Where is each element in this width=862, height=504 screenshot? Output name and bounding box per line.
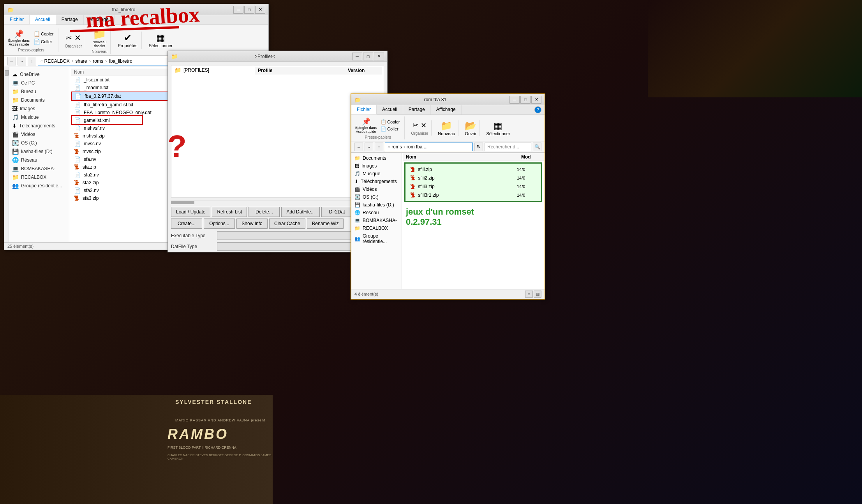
rom-sidebar-osc[interactable]: 💽 OS (C:) <box>351 193 402 201</box>
forward-button[interactable]: → <box>18 57 26 65</box>
select-button[interactable]: ▦ Sélectionner <box>148 32 173 49</box>
rom-file-sfiii2[interactable]: 🗜 sfiii2.zip 14/0 <box>407 174 539 182</box>
sidebar-item-reseau[interactable]: 🌐 Réseau <box>9 156 69 164</box>
rom-col-nom: Nom <box>406 154 521 160</box>
paste-button[interactable]: 📄Coller <box>32 38 55 45</box>
sidebar-item-images[interactable]: 🖼 Images <box>9 104 69 113</box>
rom-paste-button[interactable]: 📄Coller <box>379 126 401 132</box>
rom-sidebar-videos[interactable]: 🎬 Vidéos <box>351 185 402 193</box>
dir2dat-button[interactable]: Dir2Dat <box>321 207 353 217</box>
sidebar-item-groupe[interactable]: 👥 Groupe résidentie... <box>9 182 69 190</box>
rom-refresh-button[interactable]: ↻ <box>474 143 483 151</box>
sidebar-item-bureau[interactable]: 📁 Bureau <box>9 87 69 96</box>
up-button[interactable]: ↑ <box>28 57 36 65</box>
rom-delete-button[interactable]: ✕ <box>420 120 427 130</box>
rom-status-bar: 4 élément(s) ≡ ▦ <box>351 289 545 299</box>
scrollbar-thumb[interactable] <box>171 201 194 204</box>
sidebar-item-cepc[interactable]: 💻 Ce PC <box>9 79 69 87</box>
rom-sidebar-documents[interactable]: 📁 Documents <box>351 154 402 162</box>
back-button[interactable]: ← <box>7 57 16 65</box>
doc-icon: 📄 <box>74 172 81 178</box>
rom-sidebar-kasha[interactable]: 💾 kasha-files (D:) <box>351 201 402 209</box>
rom-select-button[interactable]: ▦ Sélectionner <box>486 120 510 136</box>
rom-tab-fichier[interactable]: Fichier <box>351 105 377 115</box>
rom-tab-affichage[interactable]: Affichage <box>431 105 462 115</box>
sidebar-item-videos[interactable]: 🎬 Vidéos <box>9 130 69 139</box>
profiler-close[interactable]: ✕ <box>374 53 384 60</box>
profiler-maximize[interactable]: □ <box>363 53 373 60</box>
sidebar-label-musique: Musique <box>21 115 39 120</box>
rom-tab-accueil[interactable]: Accueil <box>377 105 403 115</box>
rom-file-sfiii3r1[interactable]: 🗜 sfiii3r1.zip 14/0 <box>407 191 539 199</box>
rom-tab-partage[interactable]: Partage <box>403 105 431 115</box>
rom-file-sfiii[interactable]: 🗜 sfiii.zip 14/0 <box>407 165 539 174</box>
maximize-button[interactable]: □ <box>244 6 254 14</box>
rom-pin-button[interactable]: 📌 Épingler dansAccès rapide <box>354 116 377 134</box>
rom-search-button[interactable]: 🔍 <box>533 143 541 151</box>
sidebar-item-bombakasha[interactable]: 💻 BOMBAKASHA- <box>9 164 69 173</box>
sidebar-item-recalbox[interactable]: 📁 RECALBOX <box>9 173 69 182</box>
groupe-icon: 👥 <box>12 183 19 189</box>
rom-copy-button[interactable]: 📋Copier <box>379 119 401 125</box>
clear-cache-button[interactable]: Clear Cache <box>269 219 305 229</box>
sidebar-item-onedrive[interactable]: ☁ OneDrive <box>9 70 69 79</box>
rom-cut-button[interactable]: ✂ <box>412 120 419 130</box>
rom-sidebar-bombakasha[interactable]: 💻 BOMBAKASHA- <box>351 217 402 224</box>
sidebar-item-kasha[interactable]: 💾 kasha-files (D:) <box>9 147 69 156</box>
create-button[interactable]: Create... <box>171 219 202 229</box>
rom-sidebar-images[interactable]: 🖼 Images <box>351 162 402 170</box>
rom-sidebar-musique[interactable]: 🎵 Musique <box>351 170 402 178</box>
rom-file-sfiii3[interactable]: 🗜 sfiii3.zip 14/0 <box>407 182 539 191</box>
rom-open-button[interactable]: 📂 Ouvrir <box>465 120 476 136</box>
sidebar-item-telechargements[interactable]: ⬇ Téléchargements <box>9 122 69 130</box>
scroll-up[interactable] <box>5 70 9 76</box>
green-text-line1: jeux d'un romset <box>406 207 541 217</box>
delete-button[interactable]: Delete... <box>249 207 280 217</box>
rename-wiz-button[interactable]: Rename Wiz <box>307 219 344 229</box>
file-name: sfiii2.zip <box>418 175 515 181</box>
kasha-icon: 💾 <box>12 148 19 155</box>
rom-forward-button[interactable]: → <box>365 143 373 151</box>
rename-button[interactable]: ✕ <box>74 32 82 43</box>
sidebar-label-recalbox: RECALBOX <box>21 174 46 180</box>
options-button[interactable]: Options... <box>204 219 235 229</box>
rom-minimize[interactable]: ─ <box>509 96 520 104</box>
rom-back-button[interactable]: ← <box>354 143 363 151</box>
move-button[interactable]: ✂ <box>65 32 73 43</box>
rom-list-view-button[interactable]: ≡ <box>525 291 533 298</box>
tab-fichier[interactable]: Fichier <box>4 15 30 25</box>
rom-up-button[interactable]: ↑ <box>375 143 383 151</box>
properties-button[interactable]: ✔ Propriétés <box>117 32 138 49</box>
sidebar: ☁ OneDrive 💻 Ce PC 📁 Bureau 📁 Documents … <box>9 67 69 242</box>
refresh-list-button[interactable]: Refresh List <box>212 207 247 217</box>
bombakasha-icon: 💻 <box>12 166 19 172</box>
add-datfile-button[interactable]: Add DatFile... <box>281 207 320 217</box>
sidebar-item-documents[interactable]: 📁 Documents <box>9 96 69 104</box>
rom-sidebar-reseau[interactable]: 🌐 Réseau <box>351 209 402 217</box>
rom-sidebar-groupe[interactable]: 👥 Groupe résidentie... <box>351 232 402 245</box>
sidebar-item-osc[interactable]: 💽 OS (C:) <box>9 139 69 147</box>
rom-new-button[interactable]: 📁 Nouveau <box>438 120 455 136</box>
close-button[interactable]: ✕ <box>255 6 265 14</box>
minimize-button[interactable]: ─ <box>233 6 243 14</box>
tab-accueil[interactable]: Accueil <box>30 15 56 25</box>
profiler-minimize[interactable]: ─ <box>352 53 362 60</box>
profiler-profiles-folder[interactable]: 📁 [PROFILES] <box>171 65 253 75</box>
sidebar-item-musique[interactable]: 🎵 Musique <box>9 113 69 122</box>
rom-maximize[interactable]: □ <box>520 96 531 104</box>
rom-help[interactable]: ? <box>534 106 541 113</box>
file-name: fba_0.2.97.37.dat <box>85 93 121 99</box>
rom-sidebar-recalbox[interactable]: 📁 RECALBOX <box>351 224 402 232</box>
zip-icon: 🗜 <box>74 164 79 170</box>
tab-partage[interactable]: Partage <box>56 15 84 25</box>
copy-button[interactable]: 📋Copier <box>32 30 55 37</box>
rom-search-input[interactable] <box>485 143 531 151</box>
rom-tile-view-button[interactable]: ▦ <box>534 291 541 298</box>
show-info-button[interactable]: Show Info <box>236 219 268 229</box>
load-update-button[interactable]: Load / Update <box>171 207 210 217</box>
rom-address-path[interactable]: « roms › rom fba ... <box>385 143 473 151</box>
rom-close[interactable]: ✕ <box>531 96 541 104</box>
rom-sidebar-telechargements[interactable]: ⬇ Téléchargements <box>351 178 402 185</box>
doc-icon: 📄 <box>75 93 81 99</box>
pin-button[interactable]: 📌 Épingler dansAccès rapide <box>7 28 30 47</box>
